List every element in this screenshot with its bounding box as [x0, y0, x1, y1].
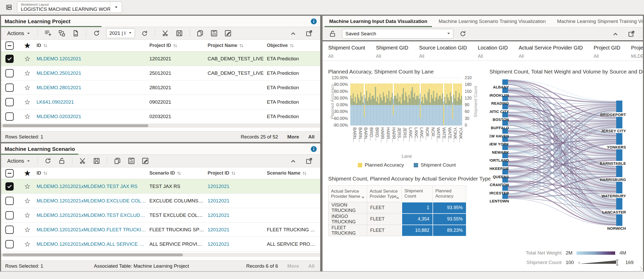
scenario-actions-button[interactable]: Actions — [4, 158, 34, 164]
star-icon[interactable]: ☆ — [21, 197, 37, 205]
filter-3[interactable]: Location GID All — [478, 41, 508, 61]
row-checkbox[interactable] — [1, 182, 21, 191]
expand-icon[interactable] — [628, 30, 635, 38]
scenario-id-link[interactable]: MLDEMO.12012021xMLDEMO.EXCLUDE COLUMN... — [37, 198, 149, 204]
filter-5[interactable]: Project GID All — [594, 41, 620, 61]
sankey-target-node[interactable] — [616, 214, 622, 226]
provider-col-2[interactable]: Shipment Count — [402, 186, 433, 202]
expand-icon[interactable] — [305, 157, 313, 165]
row-checkbox[interactable] — [1, 98, 21, 106]
info-icon[interactable] — [310, 18, 317, 25]
filter-1[interactable]: Shipment GID All — [376, 41, 408, 61]
star-icon[interactable]: ☆ — [21, 240, 37, 248]
project-actions-button[interactable]: Actions — [4, 30, 34, 36]
project-id-link[interactable]: 12012021 — [208, 184, 267, 189]
filter-4[interactable]: Actual Service Provider GID All — [519, 41, 583, 61]
star-icon[interactable]: ☆ — [21, 182, 37, 191]
row-checkbox[interactable] — [1, 211, 21, 219]
sankey-target-node[interactable] — [616, 133, 622, 145]
transfer-icon[interactable] — [58, 29, 66, 37]
row-checkbox[interactable] — [1, 112, 21, 121]
more-button[interactable]: More — [287, 134, 299, 140]
cut-icon[interactable] — [162, 29, 169, 37]
project-column-1[interactable]: Project ID — [149, 43, 208, 48]
scenario-table-row[interactable]: ☆ MLDEMO.12012021xMLDEMO.FLEET TRUCKING … — [1, 223, 320, 237]
project-column-0[interactable]: ID — [37, 43, 149, 48]
project-column-2[interactable]: Project Name — [208, 43, 267, 48]
star-icon[interactable]: ☆ — [21, 84, 37, 92]
row-checkbox[interactable] — [1, 240, 21, 248]
scenario-id-link[interactable]: MLDEMO.12012021xMLDEMO.ALL SERVICE PROVI… — [37, 241, 149, 247]
project-id-link[interactable]: MLDEMO.25012021 — [37, 70, 149, 76]
lock-open-icon[interactable] — [58, 157, 66, 165]
year-filter-select[interactable]: 2021 | I — [106, 28, 135, 38]
add-row-icon[interactable] — [44, 29, 52, 37]
provider-col-0[interactable]: Actual Service Provider Name — [328, 186, 367, 202]
project-id-link[interactable]: MLDEMO.02032021 — [37, 114, 149, 119]
star-icon[interactable]: ☆ — [21, 69, 37, 77]
filter-0[interactable]: Shipment Count All — [328, 41, 365, 61]
project-id-link[interactable]: MLDEMO.28012021 — [37, 85, 149, 91]
scenario-id-link[interactable]: MLDEMO.12012021xMLDEMO.FLEET TRUCKING S.… — [37, 227, 149, 233]
collapse-icon[interactable] — [289, 29, 297, 37]
filter-2[interactable]: Source Location GID All — [419, 41, 467, 61]
star-icon[interactable]: ☆ — [21, 211, 37, 219]
project-id-link[interactable]: 12012021 — [208, 198, 267, 204]
project-id-link[interactable]: LK641.09022021 — [37, 99, 149, 105]
scenario-select-all-checkbox[interactable] — [1, 169, 21, 177]
sankey-target-node[interactable] — [616, 166, 622, 177]
sankey-source-node[interactable] — [502, 79, 508, 85]
row-checkbox[interactable] — [1, 84, 21, 92]
project-hscrollbar[interactable] — [1, 124, 320, 128]
info-icon[interactable] — [310, 146, 317, 152]
scenario-column-1[interactable]: Scenario ID — [149, 170, 208, 176]
tab-2[interactable]: Machine Learning Shipment Training Visua… — [552, 16, 643, 27]
scenario-table-row[interactable]: ☆ MLDEMO.12012021xMLDEMO.TEST JAX RS TES… — [1, 179, 320, 194]
lock-open-icon[interactable] — [329, 30, 336, 38]
sankey-target-node[interactable] — [616, 182, 622, 193]
layout-caret-button[interactable] — [110, 2, 122, 13]
scenario-table-row[interactable]: ☆ MLDEMO.12012021xMLDEMO.TEST EXCLUDE CO… — [1, 208, 320, 223]
project-id-link[interactable]: MLDEMO.12012021 — [37, 56, 149, 62]
refresh-icon[interactable] — [44, 157, 52, 165]
refresh-icon[interactable] — [459, 30, 467, 38]
saved-search-select[interactable]: Saved Search — [342, 29, 453, 39]
scenario-table-row[interactable]: ☆ MLDEMO.12012021xMLDEMO.EXCLUDE COLUMN.… — [1, 194, 320, 208]
row-checkbox[interactable] — [1, 69, 21, 77]
chart-icon[interactable] — [128, 157, 135, 165]
all-button[interactable]: All — [308, 134, 315, 140]
project-table-row[interactable]: ☆ MLDEMO.28012021 28012021 ETA Predictio… — [1, 80, 320, 95]
all-button[interactable]: All — [308, 263, 315, 269]
star-icon[interactable]: ☆ — [21, 112, 37, 121]
save-icon[interactable] — [93, 157, 100, 165]
doc-remove-icon[interactable] — [72, 29, 80, 37]
chart-icon[interactable] — [210, 29, 218, 37]
row-checkbox[interactable] — [1, 197, 21, 205]
project-id-link[interactable]: 12012021 — [208, 227, 267, 233]
copy-icon[interactable] — [114, 157, 121, 165]
expand-icon[interactable] — [305, 29, 313, 37]
scenario-column-3[interactable]: Scenario Name — [267, 170, 320, 176]
project-id-link[interactable]: 12012021 — [208, 212, 267, 218]
filter-6[interactable]: Project GID MLDEMO.120120 — [631, 41, 643, 61]
row-checkbox[interactable] — [1, 55, 21, 63]
row-checkbox[interactable] — [1, 226, 21, 234]
scenario-column-2[interactable]: Project ID — [208, 170, 267, 176]
scenario-column-0[interactable]: ID — [37, 170, 149, 176]
tab-1[interactable]: Machine Learning Scenario Training Visua… — [433, 16, 552, 27]
scenario-hscrollbar[interactable] — [1, 253, 320, 257]
sankey-target-node[interactable] — [616, 101, 622, 112]
provider-col-1[interactable]: Actual Service Provider Type — [367, 186, 402, 202]
workbench-layout-select[interactable]: Workbench Layout LOGISTICS MACHINE LEARN… — [17, 2, 122, 13]
star-icon[interactable]: ☆ — [21, 55, 37, 63]
star-icon[interactable]: ☆ — [21, 226, 37, 234]
edit-icon[interactable] — [224, 29, 232, 37]
star-icon[interactable]: ☆ — [21, 98, 37, 106]
collapse-icon[interactable] — [612, 30, 619, 38]
redo-icon[interactable] — [141, 29, 148, 37]
edit-icon[interactable] — [141, 157, 149, 165]
project-table-row[interactable]: ☆ MLDEMO.12012021 12012021 CAB_DEMO_TEST… — [1, 52, 320, 66]
sankey-target-node[interactable] — [616, 117, 622, 128]
scenario-table-row[interactable]: ☆ MLDEMO.12012021xMLDEMO.ALL SERVICE PRO… — [1, 237, 320, 251]
copy-icon[interactable] — [196, 29, 204, 37]
